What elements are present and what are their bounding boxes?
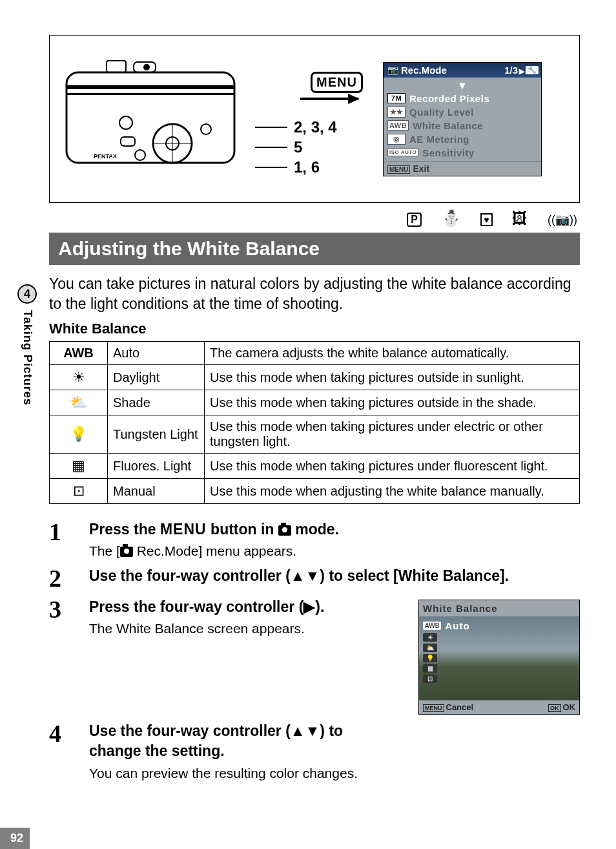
svg-point-5	[143, 64, 150, 70]
camera-icon	[278, 525, 291, 536]
frame-mode-icon: 🖼	[512, 209, 535, 227]
white-balance-table: AWB Auto The camera adjusts the white ba…	[49, 341, 580, 504]
step-1-desc: The [ Rec.Mode] menu appears.	[89, 542, 580, 560]
table-row: ⛅ Shade Use this mode when taking pictur…	[50, 390, 580, 415]
wb-fluorescent-icon: ▦	[50, 454, 108, 479]
svg-rect-7	[121, 137, 135, 146]
chapter-number: 4	[17, 284, 37, 304]
chevron-down-icon: ▼	[387, 80, 537, 92]
svg-point-12	[201, 124, 211, 134]
lcd-page: 1/3	[504, 65, 518, 76]
lcd-menu-screenshot: 📷 Rec.Mode 1/3 🔧 ▼ 7MRecorded Pixels ★★Q…	[383, 62, 542, 176]
step-1-title: Press the MENU button in mode.	[89, 519, 580, 540]
svg-rect-1	[67, 85, 234, 89]
section-heading: Adjusting the White Balance	[49, 233, 580, 265]
table-row: 💡 Tungsten Light Use this mode when taki…	[50, 415, 580, 454]
step-4: 4 Use the four-way controller (▲▼) to ch…	[49, 721, 580, 781]
mode-icons-row: P ⛄ ♥ 🖼 ((📷))	[49, 209, 580, 227]
svg-rect-3	[107, 61, 126, 72]
wrench-icon: 🔧	[526, 66, 539, 74]
svg-text:PENTAX: PENTAX	[94, 153, 117, 160]
wb-awb-icon: AWB	[50, 342, 108, 365]
intro-paragraph: You can take pictures in natural colors …	[49, 274, 580, 314]
wb-manual-icon: ⊡	[50, 479, 108, 504]
diagram-frame: PENTAX MENU 2, 3, 4 5 1, 6 📷 Rec.Mode 1/…	[49, 35, 580, 203]
step-3: 3 White Balance AWBAuto ☀ ⛅ 💡 ▦ ⊡	[49, 597, 580, 715]
menu-button-label: MENU	[311, 72, 363, 93]
step-1: 1 Press the MENU button in mode. The [ R…	[49, 519, 580, 560]
step-4-title: Use the four-way controller (▲▼) to chan…	[89, 721, 399, 761]
shake-reduction-icon: ((📷))	[548, 213, 577, 226]
chapter-tab: 4 Taking Pictures	[14, 284, 40, 408]
program-mode-icon: P	[407, 213, 422, 227]
table-row: ☀ Daylight Use this mode when taking pic…	[50, 365, 580, 390]
table-row: ⊡ Manual Use this mode when adjusting th…	[50, 479, 580, 504]
table-row: AWB Auto The camera adjusts the white ba…	[50, 342, 580, 365]
step-4-desc: You can preview the resulting color chan…	[89, 764, 399, 782]
page-number: 92	[0, 828, 30, 849]
table-subheading: White Balance	[49, 320, 580, 337]
wb-shade-icon: ⛅	[50, 390, 108, 415]
camera-illustration: PENTAX	[63, 53, 243, 185]
favorite-mode-icon: ♥	[480, 213, 492, 226]
svg-point-13	[135, 150, 145, 160]
white-balance-preview: White Balance AWBAuto ☀ ⛅ 💡 ▦ ⊡	[418, 600, 580, 715]
camera-icon	[120, 547, 133, 557]
menu-tag: MENU	[387, 165, 410, 174]
chapter-label: Taking Pictures	[21, 310, 34, 406]
step-2: 2 Use the four-way controller (▲▼) to se…	[49, 566, 580, 591]
lcd-title: Rec.Mode	[401, 65, 447, 76]
arrow-icon	[300, 98, 358, 100]
svg-point-6	[119, 116, 132, 129]
button-references: 2, 3, 4 5 1, 6	[255, 117, 337, 178]
chevron-right-icon	[519, 65, 524, 76]
exit-label: Exit	[413, 163, 429, 174]
table-row: ▦ Fluores. Light Use this mode when taki…	[50, 454, 580, 479]
camera-icon: 📷	[387, 65, 398, 75]
step-2-title: Use the four-way controller (▲▼) to sele…	[89, 566, 580, 586]
wb-tungsten-icon: 💡	[50, 415, 108, 454]
wb-daylight-icon: ☀	[50, 365, 108, 390]
svg-rect-2	[67, 93, 234, 95]
snow-mode-icon: ⛄	[442, 209, 469, 227]
